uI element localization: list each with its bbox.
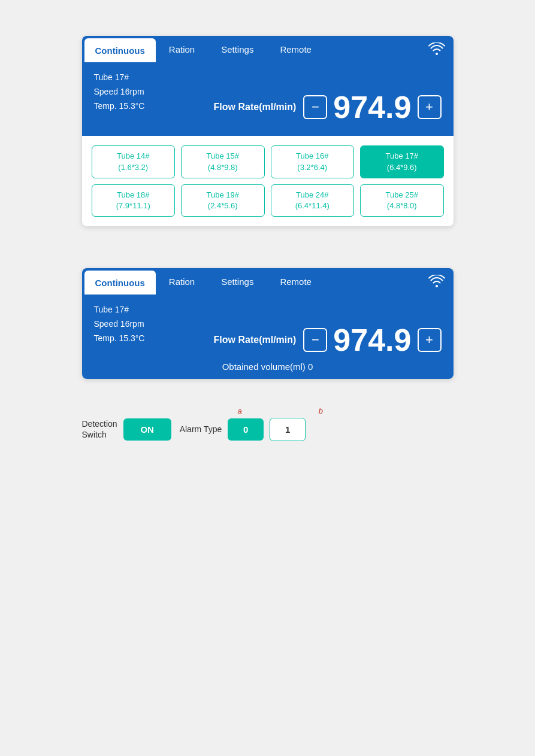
tube-25-line1: Tube 25# — [363, 190, 441, 201]
alarm-group: Alarm Type 0 1 — [180, 418, 306, 441]
bottom-controls: Detection Switch ON Alarm Type 0 1 — [82, 418, 454, 441]
flow-rate-section-2: Flow Rate(ml/min) − 974.9 + — [94, 322, 442, 358]
tab-bar-1: Continuous Ration Settings Remote — [82, 36, 454, 62]
tube-19-line2: (2.4*5.6) — [184, 201, 262, 211]
tube-25-line2: (4.8*8.0) — [363, 201, 441, 211]
tube-info-1: Tube 17# — [94, 71, 442, 85]
tab-ration-1[interactable]: Ration — [156, 36, 208, 62]
flow-rate-section-1: Flow Rate(ml/min) − 974.9 + — [94, 89, 442, 125]
tube-16-line2: (3.2*6.4) — [274, 162, 352, 173]
panel-2: Continuous Ration Settings Remote Tube 1… — [82, 268, 454, 378]
tube-16-btn[interactable]: Tube 16# (3.2*6.4) — [271, 145, 355, 178]
tab-bar-2: Continuous Ration Settings Remote — [82, 268, 454, 294]
tube-15-btn[interactable]: Tube 15# (4.8*9.8) — [181, 145, 265, 178]
flow-value-2: 974.9 — [333, 322, 411, 358]
tab-continuous-1[interactable]: Continuous — [84, 38, 156, 62]
tab-remote-2[interactable]: Remote — [267, 268, 325, 294]
panel-1: Continuous Ration Settings Remote Tube 1… — [82, 36, 454, 226]
flow-rate-controls-1: − 974.9 + — [303, 89, 441, 125]
tube-14-line2: (1.6*3.2) — [95, 162, 173, 173]
detection-switch-group: Detection Switch ON — [82, 418, 171, 441]
tube-19-line1: Tube 19# — [184, 190, 262, 201]
alarm-type-label: Alarm Type — [180, 424, 222, 434]
tab-continuous-2[interactable]: Continuous — [84, 271, 156, 294]
tube-17-btn[interactable]: Tube 17# (6.4*9.6) — [360, 145, 444, 178]
decrease-btn-2[interactable]: − — [303, 328, 327, 352]
tube-14-line1: Tube 14# — [95, 151, 173, 162]
increase-btn-2[interactable]: + — [418, 328, 442, 352]
on-button[interactable]: ON — [123, 418, 171, 441]
tube-info-2: Tube 17# — [94, 303, 442, 317]
flow-rate-label-2: Flow Rate(ml/min) — [214, 335, 297, 345]
obtained-volume: Obtained volume(ml) 0 — [94, 362, 442, 372]
decrease-btn-1[interactable]: − — [303, 95, 327, 119]
tube-18-line1: Tube 18# — [95, 190, 173, 201]
alarm-value-button[interactable]: 0 — [228, 418, 264, 441]
flow-value-1: 974.9 — [333, 89, 411, 125]
wifi-icon — [428, 36, 454, 62]
tube-24-line1: Tube 24# — [274, 190, 352, 201]
tube-18-line2: (7.9*11.1) — [95, 201, 173, 211]
increase-btn-1[interactable]: + — [418, 95, 442, 119]
main-display-1: Tube 17# Speed 16rpm Temp. 15.3°C Flow R… — [82, 62, 454, 136]
tube-17-line2: (6.4*9.6) — [363, 162, 441, 173]
tube-14-btn[interactable]: Tube 14# (1.6*3.2) — [92, 145, 176, 178]
tube-25-btn[interactable]: Tube 25# (4.8*8.0) — [360, 184, 444, 217]
tube-16-line1: Tube 16# — [274, 151, 352, 162]
annotation-a: a — [238, 406, 242, 415]
tab-settings-2[interactable]: Settings — [208, 268, 267, 294]
tab-ration-2[interactable]: Ration — [156, 268, 208, 294]
tube-19-btn[interactable]: Tube 19# (2.4*5.6) — [181, 184, 265, 217]
annotation-b: b — [319, 406, 323, 415]
tube-24-line2: (6.4*11.4) — [274, 201, 352, 211]
tab-settings-1[interactable]: Settings — [208, 36, 267, 62]
tab-remote-1[interactable]: Remote — [267, 36, 325, 62]
tube-grid: Tube 14# (1.6*3.2) Tube 15# (4.8*9.8) Tu… — [82, 136, 454, 226]
detection-label: Detection Switch — [82, 418, 117, 440]
tube-24-btn[interactable]: Tube 24# (6.4*11.4) — [271, 184, 355, 217]
tube-15-line2: (4.8*9.8) — [184, 162, 262, 173]
tube-17-line1: Tube 17# — [363, 151, 441, 162]
tube-18-btn[interactable]: Tube 18# (7.9*11.1) — [92, 184, 176, 217]
flow-rate-label-1: Flow Rate(ml/min) — [214, 102, 297, 113]
tube-15-line1: Tube 15# — [184, 151, 262, 162]
main-display-2: Tube 17# Speed 16rpm Temp. 15.3°C Flow R… — [82, 294, 454, 378]
flow-rate-controls-2: − 974.9 + — [303, 322, 441, 358]
number-box[interactable]: 1 — [270, 418, 306, 441]
wifi-icon-2 — [428, 268, 454, 294]
